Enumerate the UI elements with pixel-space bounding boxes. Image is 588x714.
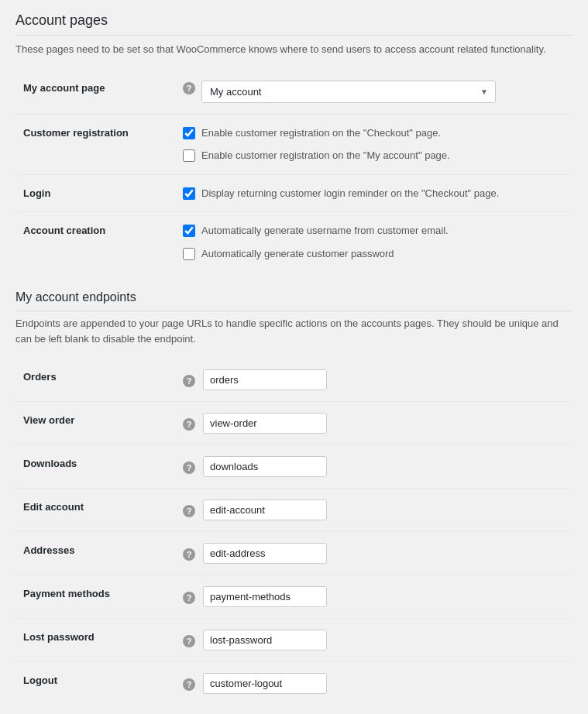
- logout-help-icon[interactable]: ?: [183, 678, 195, 691]
- login-reminder-label: Display returning customer login reminde…: [201, 186, 499, 201]
- orders-endpoint-row: ?: [183, 369, 565, 390]
- payment-methods-help-icon[interactable]: ?: [183, 592, 195, 604]
- account-pages-table: My account page ? My account Customer re…: [15, 70, 573, 273]
- view-order-control: ?: [170, 402, 573, 445]
- lost-password-endpoint-row: ?: [183, 630, 565, 650]
- login-row: Login Display returning customer login r…: [15, 174, 573, 212]
- my-account-page-flex: ? My account: [183, 81, 565, 103]
- endpoints-table: Orders ? View order ?: [15, 359, 573, 705]
- downloads-help-icon[interactable]: ?: [183, 462, 195, 474]
- auto-username-checkbox[interactable]: [183, 225, 195, 237]
- downloads-row: Downloads ?: [15, 445, 573, 489]
- addresses-help-icon[interactable]: ?: [183, 548, 195, 561]
- customer-registration-label: Customer registration: [15, 114, 170, 174]
- downloads-endpoint-row: ?: [183, 456, 565, 477]
- auto-password-row: Automatically generate customer password: [183, 246, 565, 262]
- account-creation-control: Automatically generate username from cus…: [170, 212, 573, 273]
- lost-password-row: Lost password ?: [15, 619, 573, 662]
- edit-account-input[interactable]: [203, 499, 327, 520]
- customer-reg-myaccount-row: Enable customer registration on the "My …: [183, 148, 565, 163]
- edit-account-label: Edit account: [15, 489, 170, 532]
- endpoints-title: My account endpoints: [15, 290, 573, 311]
- my-account-select[interactable]: My account: [201, 81, 496, 103]
- view-order-row: View order ?: [15, 402, 573, 445]
- addresses-input[interactable]: [203, 543, 327, 564]
- auto-username-label: Automatically generate username from cus…: [201, 223, 449, 239]
- my-account-page-row: My account page ? My account: [15, 70, 573, 115]
- orders-control: ?: [170, 359, 573, 402]
- my-account-page-label: My account page: [15, 70, 170, 115]
- page-wrap: Account pages These pages need to be set…: [0, 0, 588, 714]
- view-order-label: View order: [15, 402, 170, 445]
- edit-account-control: ?: [170, 489, 573, 532]
- downloads-label: Downloads: [15, 445, 170, 489]
- view-order-help-icon[interactable]: ?: [183, 418, 195, 431]
- my-account-select-wrap: My account: [201, 81, 496, 103]
- logout-endpoint-row: ?: [183, 673, 565, 694]
- my-account-help-icon[interactable]: ?: [183, 82, 195, 94]
- login-reminder-row: Display returning customer login reminde…: [183, 186, 565, 201]
- logout-label: Logout: [15, 662, 170, 705]
- login-control: Display returning customer login reminde…: [170, 174, 573, 212]
- downloads-input[interactable]: [203, 456, 327, 477]
- lost-password-control: ?: [170, 619, 573, 662]
- lost-password-input[interactable]: [203, 630, 327, 650]
- account-creation-label: Account creation: [15, 212, 170, 273]
- customer-reg-myaccount-checkbox[interactable]: [183, 149, 195, 162]
- payment-methods-row: Payment methods ?: [15, 575, 573, 619]
- orders-input[interactable]: [203, 369, 327, 390]
- addresses-row: Addresses ?: [15, 532, 573, 575]
- account-pages-title: Account pages: [15, 12, 573, 36]
- auto-password-checkbox[interactable]: [183, 248, 195, 260]
- addresses-control: ?: [170, 532, 573, 575]
- customer-registration-row: Customer registration Enable customer re…: [15, 114, 573, 174]
- edit-account-endpoint-row: ?: [183, 499, 565, 520]
- login-label: Login: [15, 174, 170, 212]
- account-creation-row: Account creation Automatically generate …: [15, 212, 573, 273]
- payment-methods-label: Payment methods: [15, 575, 170, 619]
- payment-methods-control: ?: [170, 575, 573, 619]
- account-pages-desc: These pages need to be set so that WooCo…: [15, 42, 573, 57]
- customer-reg-myaccount-label: Enable customer registration on the "My …: [201, 148, 450, 163]
- logout-row: Logout ?: [15, 662, 573, 705]
- customer-reg-checkout-label: Enable customer registration on the "Che…: [201, 125, 441, 141]
- auto-username-row: Automatically generate username from cus…: [183, 223, 565, 239]
- downloads-control: ?: [170, 445, 573, 489]
- endpoints-desc: Endpoints are appended to your page URLs…: [15, 316, 573, 346]
- payment-methods-endpoint-row: ?: [183, 586, 565, 607]
- addresses-endpoint-row: ?: [183, 543, 565, 564]
- my-account-page-control: ? My account: [170, 70, 573, 115]
- edit-account-help-icon[interactable]: ?: [183, 505, 195, 517]
- orders-label: Orders: [15, 359, 170, 402]
- addresses-label: Addresses: [15, 532, 170, 575]
- view-order-input[interactable]: [203, 413, 327, 434]
- customer-reg-checkout-checkbox[interactable]: [183, 127, 195, 139]
- edit-account-row: Edit account ?: [15, 489, 573, 532]
- logout-input[interactable]: [203, 673, 327, 694]
- payment-methods-input[interactable]: [203, 586, 327, 607]
- login-reminder-checkbox[interactable]: [183, 187, 195, 200]
- orders-row: Orders ?: [15, 359, 573, 402]
- logout-control: ?: [170, 662, 573, 705]
- auto-password-label: Automatically generate customer password: [201, 246, 394, 262]
- customer-reg-checkout-row: Enable customer registration on the "Che…: [183, 125, 565, 141]
- lost-password-label: Lost password: [15, 619, 170, 662]
- customer-registration-control: Enable customer registration on the "Che…: [170, 114, 573, 174]
- view-order-endpoint-row: ?: [183, 413, 565, 434]
- orders-help-icon[interactable]: ?: [183, 375, 195, 387]
- lost-password-help-icon[interactable]: ?: [183, 635, 195, 647]
